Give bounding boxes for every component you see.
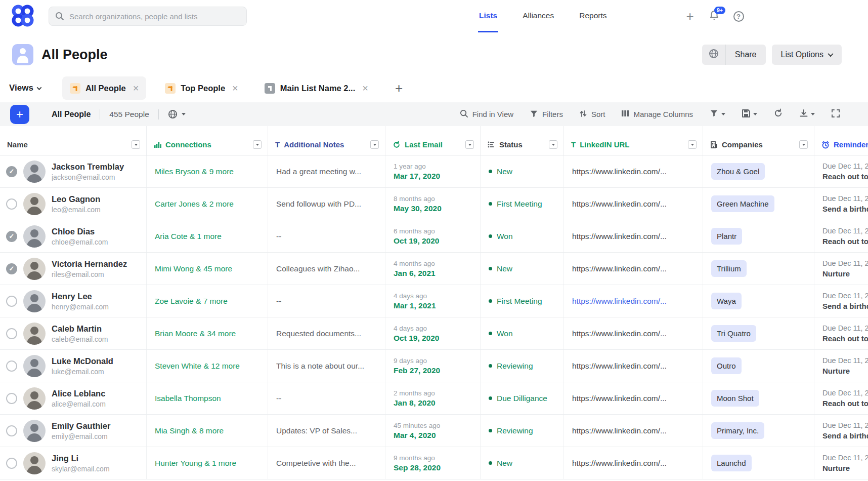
table-row[interactable]: Victoria Hernandez riles@email.com Mimi … [0,253,868,285]
connections-cell[interactable]: Aria Cote & 1 more [147,220,268,252]
company-badge[interactable]: Moon Shot [711,390,759,407]
notes-cell[interactable]: Colleagues with Zihao... [268,253,385,285]
column-menu-button[interactable] [253,140,262,149]
add-person-button[interactable]: + [10,105,29,124]
fullscreen-button[interactable] [831,109,840,120]
search-bar[interactable] [49,7,247,26]
linkedin-url[interactable]: https://www.linkedin.com/... [572,199,667,209]
last-email-cell[interactable]: 9 days ago Feb 27, 2020 [385,350,481,382]
list-options-button[interactable]: List Options [772,45,842,65]
views-dropdown[interactable]: Views [9,83,41,93]
linkedin-url[interactable]: https://www.linkedin.com/... [572,232,667,241]
sort-button[interactable]: Sort [579,109,605,119]
linkedin-cell[interactable]: https://www.linkedin.com/... [564,382,703,414]
reminders-cell[interactable]: Due Dec 11, 2020 Reach out today [814,155,868,187]
status-cell[interactable]: Reviewing [481,415,564,447]
row-checkbox[interactable] [6,296,17,307]
status-cell[interactable]: New [481,253,564,285]
linkedin-url[interactable]: https://www.linkedin.com/... [572,297,667,306]
companies-cell[interactable]: Tri Quatro [703,317,814,349]
last-email-cell[interactable]: 2 months ago Jan 8, 2020 [385,382,481,414]
linkedin-cell[interactable]: https://www.linkedin.com/... [564,447,703,479]
companies-cell[interactable]: Trillium [703,253,814,285]
reminders-cell[interactable]: Due Dec 11, 2020 Send a birthday [814,285,868,317]
reminders-cell[interactable]: Due Dec 11, 2020 Send a birthday [814,415,868,447]
view-tab-all-people[interactable]: All People × [62,76,146,100]
last-email-cell[interactable]: 9 months ago Sep 28, 2020 [385,447,481,479]
download-button[interactable] [799,109,815,120]
row-checkbox[interactable] [6,458,17,469]
filters-button[interactable]: Filters [530,109,563,119]
company-badge[interactable]: Plantr [711,228,742,245]
column-header-status[interactable]: Status [481,126,564,155]
company-badge[interactable]: Waya [711,293,742,309]
linkedin-url[interactable]: https://www.linkedin.com/... [572,264,667,273]
find-in-view-button[interactable]: Find in View [460,109,513,119]
linkedin-cell[interactable]: https://www.linkedin.com/... [564,188,703,220]
status-cell[interactable]: New [481,155,564,187]
nav-tab-alliances[interactable]: Alliances [522,0,555,32]
save-view-button[interactable] [742,109,757,120]
row-checkbox[interactable] [6,425,17,436]
notes-cell[interactable]: -- [268,382,385,414]
column-header-last-email[interactable]: Last Email [385,126,481,155]
linkedin-cell[interactable]: https://www.linkedin.com/... [564,317,703,349]
linkedin-cell[interactable]: https://www.linkedin.com/... [564,350,703,382]
connections-cell[interactable]: Miles Bryson & 9 more [147,155,268,187]
reminders-cell[interactable]: Due Dec 11, 2020 Nurture [814,350,868,382]
status-cell[interactable]: First Meeting [481,188,564,220]
table-row[interactable]: Emily Gauthier emily@email.com Mia Singh… [0,415,868,447]
connections-link[interactable]: Isabella Thompson [155,394,221,403]
connections-cell[interactable]: Mimi Wong & 45 more [147,253,268,285]
companies-cell[interactable]: Primary, Inc. [703,415,814,447]
view-tab-top-people[interactable]: Top People × [157,76,245,100]
linkedin-cell[interactable]: https://www.linkedin.com/... [564,253,703,285]
table-row[interactable]: Leo Gagnon leo@email.com Carter Jones & … [0,188,868,220]
view-tab-main-list[interactable]: Main List Name 2... × [257,76,376,100]
last-email-cell[interactable]: 4 months ago Jan 6, 2021 [385,253,481,285]
reminders-cell[interactable]: Due Dec 11, 2020 Reach out today [814,220,868,252]
table-row[interactable]: Jackson Tremblay jackson@email.com Miles… [0,155,868,188]
connections-link[interactable]: Hunter Young & 1 more [155,459,236,468]
connections-cell[interactable]: Carter Jones & 2 more [147,188,268,220]
notes-cell[interactable]: Had a great meeting w... [268,155,385,187]
nav-tab-lists[interactable]: Lists [478,0,498,32]
reminders-cell[interactable]: Due Dec 11, 2020 Reach out today [814,317,868,349]
last-email-cell[interactable]: 8 months ago May 30, 2020 [385,188,481,220]
share-button[interactable]: Share [726,45,766,65]
global-add-button[interactable]: + [684,10,696,22]
companies-cell[interactable]: Launchd [703,447,814,479]
notes-cell[interactable]: -- [268,285,385,317]
table-row[interactable]: Chloe Dias chloe@email.com Aria Cote & 1… [0,220,868,253]
close-icon[interactable]: × [232,83,238,93]
companies-cell[interactable]: Moon Shot [703,382,814,414]
connections-link[interactable]: Aria Cote & 1 more [155,232,222,241]
status-cell[interactable]: New [481,447,564,479]
last-email-cell[interactable]: 4 days ago Oct 19, 2020 [385,317,481,349]
linkedin-url[interactable]: https://www.linkedin.com/... [572,167,667,176]
companies-cell[interactable]: Zhou & Goel [703,155,814,187]
column-menu-button[interactable] [688,140,697,149]
status-cell[interactable]: Won [481,317,564,349]
column-header-name[interactable]: Name [0,126,147,155]
column-header-companies[interactable]: Companies [703,126,814,155]
company-badge[interactable]: Outro [711,357,742,374]
help-button[interactable]: ? [732,10,745,22]
column-header-additional-notes[interactable]: T Additional Notes [268,126,385,155]
notes-cell[interactable]: Competetive with the... [268,447,385,479]
linkedin-cell[interactable]: https://www.linkedin.com/... [564,155,703,187]
linkedin-url[interactable]: https://www.linkedin.com/... [572,459,667,468]
column-menu-button[interactable] [370,140,379,149]
last-email-cell[interactable]: 45 minutes ago Mar 4, 2020 [385,415,481,447]
column-menu-button[interactable] [465,140,474,149]
connections-cell[interactable]: Brian Moore & 34 more [147,317,268,349]
reminders-cell[interactable]: Due Dec 11, 2020 Reach out today [814,382,868,414]
linkedin-url[interactable]: https://www.linkedin.com/... [572,362,667,371]
linkedin-cell[interactable]: https://www.linkedin.com/... [564,415,703,447]
column-menu-button[interactable] [799,140,808,149]
company-badge[interactable]: Primary, Inc. [711,422,764,439]
row-checkbox[interactable] [6,166,17,177]
notes-cell[interactable]: Send followup with PD... [268,188,385,220]
notes-cell[interactable]: -- [268,220,385,252]
linkedin-url[interactable]: https://www.linkedin.com/... [572,329,667,338]
